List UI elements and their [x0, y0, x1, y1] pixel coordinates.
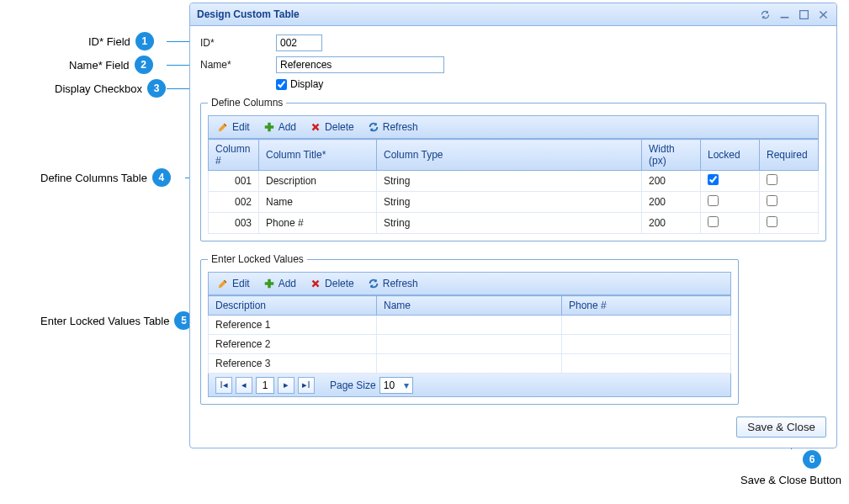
cell-width: 200: [642, 213, 701, 234]
cell-description: Reference 3: [209, 354, 377, 374]
callout-label: ID* Field: [88, 35, 130, 48]
cell-type: String: [377, 213, 642, 234]
cell-phone: [562, 335, 731, 354]
cell-phone: [562, 354, 731, 374]
locked-values-table: Description Name Phone # Reference 1Refe…: [208, 295, 731, 374]
callout-label: Display Checkbox: [55, 82, 142, 95]
lv-header-description[interactable]: Description: [209, 296, 377, 316]
id-field[interactable]: [276, 34, 322, 51]
cell-locked[interactable]: [701, 213, 760, 234]
cell-col: 001: [209, 171, 259, 192]
cell-locked[interactable]: [701, 171, 760, 192]
plus-icon: [263, 121, 275, 133]
callout-badge-6: 6: [803, 450, 821, 469]
cell-description: Reference 1: [209, 316, 377, 335]
define-columns-fieldset: Define Columns Edit Add Delete Refresh: [200, 97, 826, 241]
cell-type: String: [377, 171, 642, 192]
delete-x-icon: [310, 278, 321, 289]
callout-label: Define Columns Table: [40, 172, 147, 184]
refresh-icon: [368, 121, 379, 133]
required-checkbox[interactable]: [767, 195, 777, 206]
table-row[interactable]: Reference 3: [209, 354, 731, 374]
cell-phone: [562, 316, 731, 335]
cell-type: String: [377, 192, 642, 213]
pager-next-button[interactable]: ▸: [278, 377, 294, 394]
callout-label: Enter Locked Values Table: [40, 315, 169, 327]
delete-x-icon: [310, 121, 321, 133]
cell-width: 200: [642, 192, 701, 213]
cell-name: [377, 335, 562, 354]
callout-badge-3: 3: [147, 79, 166, 98]
refresh-button[interactable]: Refresh: [368, 278, 418, 289]
col-header-required[interactable]: Required: [760, 140, 819, 171]
pager-prev-button[interactable]: ◂: [236, 377, 252, 394]
cell-required[interactable]: [760, 213, 819, 234]
add-button[interactable]: Add: [263, 121, 296, 133]
define-columns-table: Column # Column Title* Column Type Width…: [208, 139, 819, 234]
callout-badge-4: 4: [152, 168, 171, 187]
edit-button[interactable]: Edit: [217, 121, 250, 133]
callout-label: Save & Close Button: [740, 474, 841, 486]
cell-required[interactable]: [760, 171, 819, 192]
cell-title: Description: [259, 171, 377, 192]
table-row[interactable]: Reference 1: [209, 316, 731, 335]
cell-description: Reference 2: [209, 335, 377, 354]
name-field[interactable]: [276, 56, 444, 73]
cell-col: 003: [209, 213, 259, 234]
save-close-button[interactable]: Save & Close: [736, 416, 826, 438]
col-header-width[interactable]: Width (px): [642, 140, 701, 171]
cell-name: [377, 316, 562, 335]
locked-values-fieldset: Enter Locked Values Edit Add Delete Refr…: [200, 253, 739, 405]
display-label: Display: [290, 78, 323, 90]
lv-header-phone[interactable]: Phone #: [562, 296, 731, 316]
add-button[interactable]: Add: [263, 278, 296, 289]
delete-button[interactable]: Delete: [310, 278, 354, 289]
define-columns-legend: Define Columns: [208, 97, 286, 109]
refresh-button[interactable]: Refresh: [368, 121, 418, 133]
locked-checkbox[interactable]: [708, 216, 719, 227]
display-checkbox[interactable]: [276, 79, 287, 90]
table-row[interactable]: 001DescriptionString200: [209, 171, 819, 192]
define-columns-toolbar: Edit Add Delete Refresh: [208, 115, 819, 139]
col-header-locked[interactable]: Locked: [701, 140, 760, 171]
col-header-type[interactable]: Column Type: [377, 140, 642, 171]
callout-badge-1: 1: [135, 32, 154, 50]
design-custom-table-window: Design Custom Table ID* Name*: [189, 3, 837, 448]
cell-width: 200: [642, 171, 701, 192]
pagesize-select[interactable]: 10 ▾: [379, 377, 413, 394]
edit-button[interactable]: Edit: [217, 278, 250, 289]
table-row[interactable]: Reference 2: [209, 335, 731, 354]
window-title: Design Custom Table: [197, 8, 759, 20]
delete-button[interactable]: Delete: [310, 121, 354, 133]
cell-locked[interactable]: [701, 192, 760, 213]
lv-header-name[interactable]: Name: [377, 296, 562, 316]
required-checkbox[interactable]: [767, 216, 777, 227]
pagesize-label: Page Size: [330, 379, 376, 391]
locked-checkbox[interactable]: [708, 195, 719, 206]
refresh-icon[interactable]: [759, 8, 772, 21]
pager: I◂ ◂ ▸ ▸I Page Size 10 ▾: [208, 374, 731, 397]
required-checkbox[interactable]: [767, 174, 777, 185]
col-header-title[interactable]: Column Title*: [259, 140, 377, 171]
col-header-num[interactable]: Column #: [209, 140, 259, 171]
cell-required[interactable]: [760, 192, 819, 213]
cell-title: Name: [259, 192, 377, 213]
locked-values-legend: Enter Locked Values: [208, 253, 307, 265]
table-row[interactable]: 002NameString200: [209, 192, 819, 213]
minimize-icon[interactable]: [778, 8, 791, 21]
maximize-icon[interactable]: [798, 8, 810, 21]
id-label: ID*: [200, 37, 276, 49]
titlebar: Design Custom Table: [190, 3, 836, 26]
locked-checkbox[interactable]: [708, 174, 719, 185]
refresh-icon: [368, 278, 379, 289]
svg-rect-0: [781, 16, 789, 18]
pager-page-input[interactable]: [256, 377, 274, 394]
pencil-icon: [217, 121, 229, 133]
name-label: Name*: [200, 59, 276, 71]
pager-first-button[interactable]: I◂: [215, 377, 232, 394]
table-row[interactable]: 003Phone #String200: [209, 213, 819, 234]
callout-label: Name* Field: [69, 59, 130, 72]
pager-last-button[interactable]: ▸I: [298, 377, 315, 394]
close-icon[interactable]: [817, 8, 830, 21]
locked-values-toolbar: Edit Add Delete Refresh: [208, 272, 731, 295]
